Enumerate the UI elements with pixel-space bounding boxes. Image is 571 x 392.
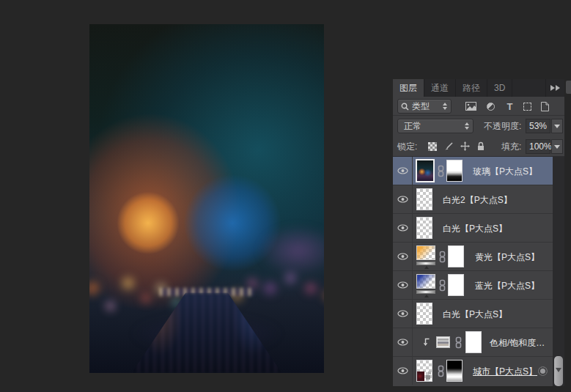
adjacent-dock-fragment [566, 81, 571, 94]
visibility-eye-icon[interactable] [397, 253, 408, 260]
layer-name[interactable]: 黄光【P大点S】 [475, 251, 539, 264]
tab-paths[interactable]: 路径 [456, 79, 487, 97]
smart-object-filter-icon[interactable] [539, 100, 551, 112]
filter-type-select[interactable]: 类型 [397, 99, 452, 114]
smart-filters-collapse-triangle-icon[interactable] [556, 368, 561, 372]
visibility-eye-icon[interactable] [397, 339, 408, 346]
layer-name[interactable]: 白光【P大点S】 [443, 308, 507, 321]
link-icon[interactable] [439, 251, 446, 263]
layer-list-scrollbar-thumb[interactable] [554, 356, 563, 386]
adjustment-layer-filter-icon[interactable] [485, 100, 497, 112]
lock-position-move-icon[interactable] [459, 141, 471, 152]
tab-layers[interactable]: 图层 [393, 79, 424, 97]
visibility-eye-icon[interactable] [397, 367, 408, 374]
adjustment-layer-thumbnail[interactable] [436, 336, 450, 348]
layers-panel: 图层 通道 路径 3D 类型 T 正常 不透明度: 53% [393, 79, 564, 386]
layer-mask-thumbnail[interactable] [448, 245, 464, 267]
opacity-label: 不透明度: [484, 119, 521, 133]
layer-mask-thumbnail[interactable] [448, 274, 464, 296]
layer-name[interactable]: 蓝光【P大点S】 [475, 280, 539, 292]
link-icon[interactable] [438, 365, 444, 377]
gradient-slider-icon [416, 262, 435, 265]
lock-label: 锁定: [397, 139, 417, 154]
smart-object-thumbnail[interactable] [416, 360, 432, 382]
clipping-mask-arrow-icon [422, 338, 430, 347]
lock-all-icon[interactable] [475, 141, 487, 152]
opacity-input[interactable]: 53% [526, 119, 550, 133]
tab-3d[interactable]: 3D [487, 79, 512, 97]
layer-thumbnail[interactable] [416, 217, 432, 239]
layer-list: 玻璃【P大点S】 白光2【P大点S】 白光【P大点S】 [393, 157, 564, 386]
pixel-layer-filter-icon[interactable] [465, 100, 477, 112]
filter-type-label: 类型 [412, 100, 430, 113]
type-layer-filter-icon[interactable]: T [504, 100, 516, 112]
layer-thumbnail[interactable] [416, 188, 432, 210]
panel-tab-bar: 图层 通道 路径 3D [393, 79, 564, 97]
blend-mode-select[interactable]: 正常 [397, 119, 474, 133]
layer-row-boli[interactable]: 玻璃【P大点S】 [393, 157, 553, 185]
lock-transparency-icon[interactable] [427, 141, 438, 152]
link-icon[interactable] [455, 336, 462, 349]
fill-dropdown-arrow[interactable] [551, 139, 563, 154]
document-canvas[interactable] [89, 24, 324, 373]
link-icon[interactable] [438, 165, 444, 177]
layer-mask-thumbnail[interactable] [446, 160, 463, 182]
layer-filter-row: 类型 T [393, 97, 564, 116]
layer-name[interactable]: 白光2【P大点S】 [443, 194, 512, 207]
lock-row: 锁定: 填充: 100% [393, 136, 564, 157]
layer-row-baiguang2[interactable]: 白光2【P大点S】 [393, 185, 553, 214]
gradient-fill-thumbnail[interactable] [416, 274, 435, 297]
layer-row-baiguang-a[interactable]: 白光【P大点S】 [393, 214, 553, 243]
collapse-panel-icon[interactable] [545, 79, 564, 97]
layer-mask-thumbnail[interactable] [446, 360, 463, 382]
visibility-eye-icon[interactable] [397, 281, 408, 289]
layer-thumbnail[interactable] [416, 159, 435, 182]
layer-row-baiguang-b[interactable]: 白光【P大点S】 [393, 300, 553, 328]
tab-channels-label: 通道 [431, 82, 449, 95]
layer-row-huangguang[interactable]: 黄光【P大点S】 [393, 243, 553, 271]
tab-channels[interactable]: 通道 [424, 79, 456, 97]
visibility-eye-icon[interactable] [397, 196, 408, 203]
gradient-slider-icon [416, 290, 435, 294]
lock-paint-brush-icon[interactable] [443, 141, 454, 152]
gradient-fill-thumbnail[interactable] [416, 245, 435, 268]
fill-label: 填充: [501, 139, 521, 154]
layer-name[interactable]: 白光【P大点S】 [443, 223, 507, 235]
shape-layer-filter-icon[interactable] [521, 100, 534, 112]
smart-filters-badge-icon[interactable] [538, 366, 548, 376]
tab-layers-label: 图层 [399, 82, 417, 95]
layer-mask-thumbnail[interactable] [465, 331, 482, 353]
layer-list-scrollbar-track[interactable] [553, 157, 564, 386]
layer-name[interactable]: 城市【P大点S】 [473, 366, 537, 378]
tab-3d-label: 3D [494, 83, 505, 93]
layer-name[interactable]: 色相/饱和度… [490, 337, 545, 350]
visibility-eye-icon[interactable] [397, 310, 408, 317]
visibility-eye-icon[interactable] [397, 167, 408, 174]
layer-thumbnail[interactable] [416, 303, 432, 325]
fill-input[interactable]: 100% [526, 139, 550, 154]
layer-row-languang[interactable]: 蓝光【P大点S】 [393, 271, 553, 300]
opacity-dropdown-arrow[interactable] [551, 119, 563, 133]
layer-row-hue-saturation[interactable]: 色相/饱和度… [393, 328, 553, 357]
link-icon[interactable] [439, 279, 446, 292]
stepper-arrows-icon [443, 103, 447, 110]
tab-spacer [512, 79, 545, 97]
tab-paths-label: 路径 [463, 82, 480, 95]
stepper-arrows-icon [465, 122, 469, 130]
layer-name[interactable]: 玻璃【P大点S】 [473, 166, 537, 178]
visibility-eye-icon[interactable] [397, 224, 408, 232]
blend-mode-value: 正常 [404, 120, 421, 133]
search-icon [401, 103, 409, 111]
blend-mode-row: 正常 不透明度: 53% [393, 116, 564, 136]
layer-row-chengshi[interactable]: 城市【P大点S】 [393, 357, 553, 386]
